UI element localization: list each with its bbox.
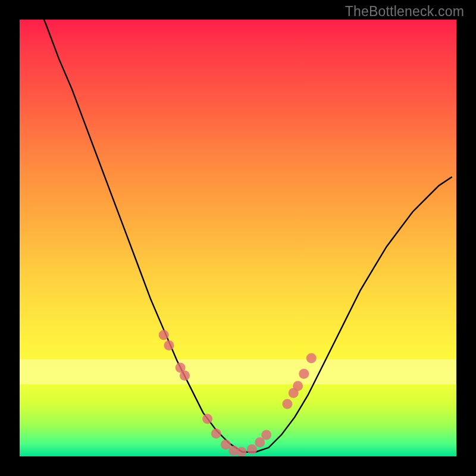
marker-point — [211, 428, 221, 439]
plot-area — [20, 20, 456, 456]
marker-point — [164, 340, 174, 350]
marker-point — [180, 371, 190, 381]
marker-point — [202, 414, 212, 424]
marker-point — [261, 430, 271, 440]
marker-point — [159, 330, 169, 340]
marker-point — [221, 440, 231, 450]
watermark-text: TheBottleneck.com — [345, 4, 464, 20]
marker-point — [293, 381, 303, 391]
marker-point — [299, 369, 309, 379]
outer-frame: TheBottleneck.com — [0, 0, 476, 476]
marker-layer — [20, 20, 456, 456]
marker-point — [306, 353, 317, 363]
marker-point — [282, 399, 292, 409]
marker-point — [247, 444, 257, 455]
